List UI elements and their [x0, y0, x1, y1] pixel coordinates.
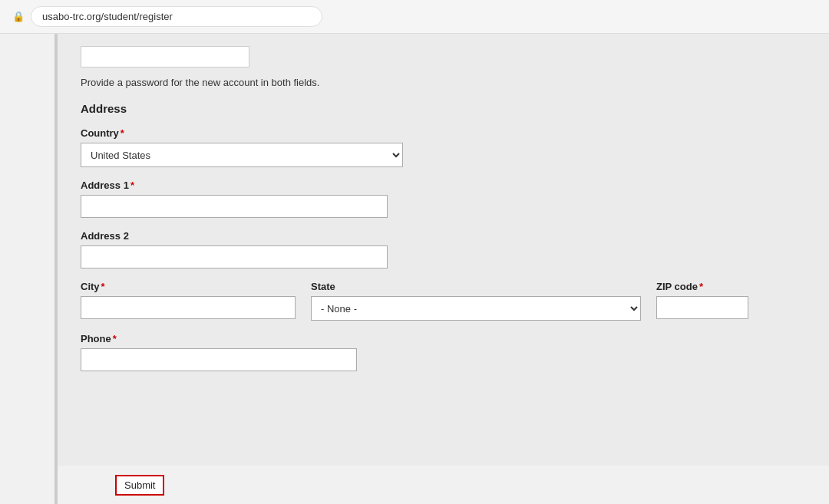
city-state-zip-row: City* State - None - Alabama Alaska Ariz… — [81, 281, 806, 321]
country-required-star: * — [121, 127, 124, 139]
address-section: Address Country* United States Canada Un… — [81, 102, 806, 371]
state-label: State — [311, 281, 641, 292]
password-hint: Provide a password for the new account i… — [81, 74, 806, 88]
phone-input[interactable] — [81, 348, 357, 371]
address1-label: Address 1* — [81, 180, 806, 191]
address1-input[interactable] — [81, 195, 388, 218]
url-bar[interactable]: usabo-trc.org/student/register — [31, 6, 322, 27]
phone-label: Phone* — [81, 333, 806, 344]
country-select[interactable]: United States Canada United Kingdom Aust… — [81, 143, 403, 167]
browser-bar: 🔒 usabo-trc.org/student/register — [0, 0, 829, 34]
zip-group: ZIP code* — [656, 281, 748, 319]
lock-icon: 🔒 — [12, 11, 25, 22]
page-content: Provide a password for the new account i… — [0, 34, 829, 504]
country-label: Country* — [81, 127, 806, 139]
password-stub — [81, 46, 806, 68]
submit-button[interactable]: Submit — [115, 475, 164, 496]
address2-group: Address 2 — [81, 230, 806, 268]
address-section-heading: Address — [81, 102, 806, 115]
city-required-star: * — [101, 281, 105, 292]
form-area: Provide a password for the new account i… — [58, 34, 829, 466]
left-sidebar-strip — [0, 34, 58, 504]
address1-group: Address 1* — [81, 180, 806, 218]
bottom-area: Submit — [58, 466, 829, 504]
zip-required-star: * — [699, 281, 703, 292]
phone-group: Phone* — [81, 333, 806, 371]
state-group: State - None - Alabama Alaska Arizona Ca… — [311, 281, 641, 321]
city-label: City* — [81, 281, 296, 292]
country-group: Country* United States Canada United Kin… — [81, 127, 806, 167]
address2-label: Address 2 — [81, 230, 806, 242]
city-group: City* — [81, 281, 296, 319]
zip-label: ZIP code* — [656, 281, 748, 292]
state-select[interactable]: - None - Alabama Alaska Arizona Californ… — [311, 296, 641, 321]
zip-input[interactable] — [656, 296, 748, 319]
city-input[interactable] — [81, 296, 296, 319]
address1-required-star: * — [130, 180, 134, 191]
phone-required-star: * — [113, 333, 117, 344]
password-confirm-input[interactable] — [81, 46, 249, 68]
address2-input[interactable] — [81, 245, 388, 268]
